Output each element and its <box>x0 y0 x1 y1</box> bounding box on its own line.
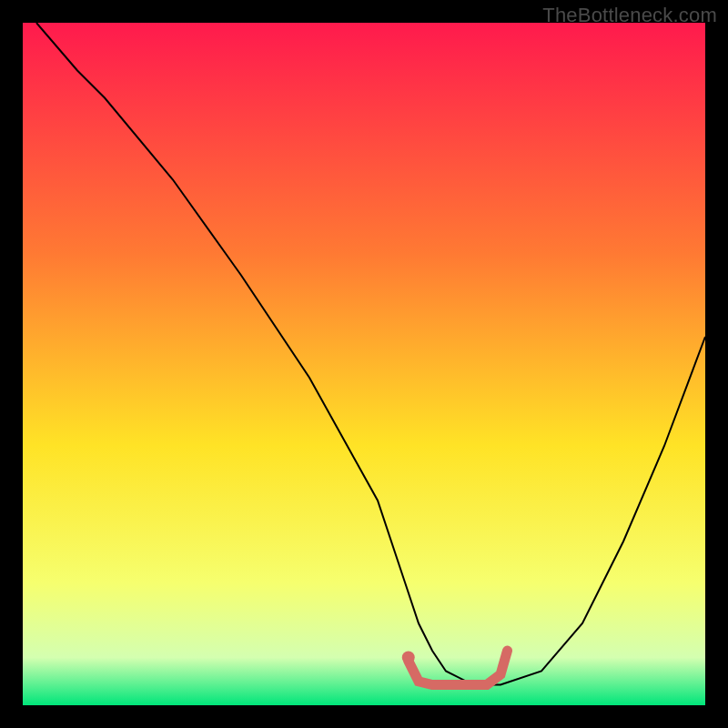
chart-frame: { "watermark": "TheBottleneck.com", "cha… <box>0 0 728 728</box>
marker-dot <box>402 652 415 664</box>
gradient-background <box>23 23 705 705</box>
bottleneck-chart <box>23 23 705 705</box>
